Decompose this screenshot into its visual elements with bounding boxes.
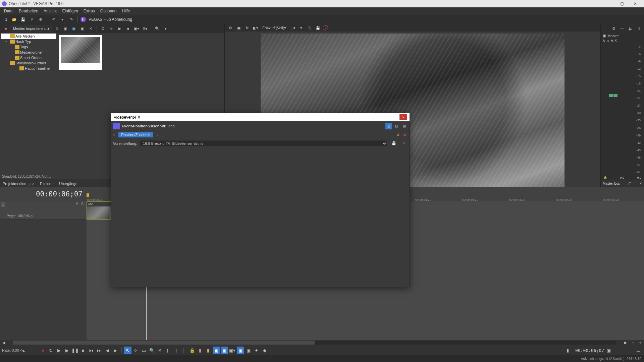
hub-label[interactable]: VEGAS Hub Abmeldung <box>89 17 132 22</box>
zoom-tool-icon[interactable]: 🔍 <box>148 347 156 354</box>
video-track-header[interactable]: 1 M S Pegel: 100,0 % ◇ <box>0 201 87 220</box>
media-fx-icon[interactable]: ◆ <box>2 25 9 32</box>
search-icon[interactable]: 🔍 <box>154 25 161 32</box>
media-thumbnail[interactable] <box>59 35 102 70</box>
get-media-icon[interactable]: ▣ <box>62 25 69 32</box>
timeline-h-scrollbar[interactable]: ◀ ▶ − + <box>0 340 644 345</box>
tab-explorer[interactable]: Explorer <box>37 181 56 187</box>
ripple-dropdown-icon[interactable]: ▣▾ <box>229 347 236 354</box>
media-fx2-icon[interactable]: ⎆ <box>108 25 115 32</box>
tree-storyboard[interactable]: -Storyboard-Ordner <box>1 60 56 66</box>
marker-icon[interactable]: ▮ <box>197 347 204 354</box>
selection-tool-icon[interactable]: ▭ <box>140 347 148 354</box>
auto-preview-icon[interactable]: ▣▾ <box>133 25 140 32</box>
fx-view1-icon[interactable]: ▯ <box>385 123 392 129</box>
track-level-keyframe-icon[interactable]: ◇ <box>31 214 33 218</box>
auto-crossfade-icon[interactable]: ▣ <box>221 347 228 354</box>
fx-delete-preset-icon[interactable]: ✕ <box>400 140 408 147</box>
color-tool-icon[interactable]: ◆ <box>261 347 268 354</box>
master-solo-button[interactable]: S <box>615 39 617 43</box>
fx-view2-icon[interactable]: ⊟ <box>393 123 400 129</box>
save-snapshot-icon[interactable]: 💾 <box>314 24 322 32</box>
properties-icon[interactable]: ⚙ <box>37 16 44 23</box>
split-screen-icon[interactable]: ◧▾ <box>252 24 259 32</box>
stop-button[interactable]: ■ <box>79 347 87 354</box>
play-icon[interactable]: ▶ <box>116 25 123 32</box>
fx-view3-icon[interactable]: ⊞ <box>401 123 408 129</box>
ai-tool-icon[interactable]: ✦ <box>253 347 260 354</box>
external-monitor-icon[interactable]: ▣ <box>235 24 243 32</box>
master-meters-icon[interactable]: ⫴ <box>635 25 643 32</box>
master-lock-icon[interactable]: 🔒 <box>603 176 607 179</box>
play-button[interactable]: ▶ <box>63 347 71 354</box>
menu-extras[interactable]: Extras <box>81 8 98 14</box>
save-icon[interactable]: 💾 <box>19 16 27 23</box>
master-mute-button[interactable]: M <box>611 39 613 43</box>
tab-pin-icon[interactable]: ▢ <box>28 182 31 186</box>
loop-region-icon[interactable]: ▮ <box>564 347 572 354</box>
tab-projektmedien[interactable]: Projektmedien▢✕ <box>0 181 37 187</box>
new-project-icon[interactable]: 🗋 <box>2 16 9 23</box>
redo-icon[interactable]: ↷ <box>67 16 75 23</box>
video-indicator-icon[interactable]: V <box>323 25 328 31</box>
remove-all-icon[interactable]: ▣ <box>78 25 86 32</box>
capture-icon[interactable]: ⎚ <box>53 25 61 32</box>
tree-alle-medien[interactable]: Alle Medien <box>1 34 56 39</box>
menu-datei[interactable]: Datei <box>1 8 16 14</box>
master-output-icon[interactable]: ▣ <box>603 34 606 38</box>
stop-icon[interactable]: ■ <box>124 25 132 32</box>
fx-remove-plugin-icon[interactable]: ⚙ <box>402 132 408 137</box>
overlays2-icon[interactable]: ▾ <box>298 24 305 32</box>
region-icon[interactable]: ▮ <box>205 347 212 354</box>
import-media-button[interactable]: Medien importieren... ▾ <box>10 25 52 32</box>
menu-optionen[interactable]: Optionen <box>98 8 119 14</box>
master-dim-icon[interactable]: 〰 <box>619 25 626 32</box>
tree-haupt-timeline[interactable]: Haupt-Timeline <box>1 66 56 71</box>
fx-preset-dropdown[interactable]: 16:9 Breitbild-TV-Bildseitenverhältnis <box>140 140 387 147</box>
views-icon[interactable]: ⊞▾ <box>141 25 149 32</box>
undo-dropdown-icon[interactable]: ▾ <box>59 16 66 23</box>
preview-props-icon[interactable]: ⚙ <box>227 24 234 32</box>
menu-ansicht[interactable]: Ansicht <box>41 8 59 14</box>
tree-smart-ordner[interactable]: Smart-Ordner <box>1 55 56 60</box>
fx-pancrop-icon[interactable] <box>113 123 120 129</box>
go-end-button[interactable]: ⏭ <box>96 347 103 354</box>
split-icon[interactable]: ⎮ <box>180 347 188 354</box>
open-icon[interactable]: 📂 <box>11 16 18 23</box>
master-fx-icon[interactable]: fx <box>603 39 605 43</box>
timeline-timecode[interactable]: 00:00:06;07 <box>0 187 87 201</box>
menu-bearbeiten[interactable]: Bearbeiten <box>16 8 41 14</box>
render-icon[interactable]: ⎘ <box>28 16 36 23</box>
track-mute-solo[interactable]: M S <box>75 202 85 206</box>
minimize-button[interactable]: — <box>602 0 615 7</box>
quantize-icon[interactable]: ▣ <box>245 347 252 354</box>
play-start-button[interactable]: ▶ <box>55 347 63 354</box>
pause-button[interactable]: ❚❚ <box>71 347 79 354</box>
preview-quality-dropdown[interactable]: Entwurf (Voll)▾ <box>260 26 288 30</box>
snap-icon[interactable]: 🔒 <box>189 347 196 354</box>
maximize-button[interactable]: ▢ <box>615 0 629 7</box>
tab-master-bus[interactable]: Master-Bus <box>603 182 620 185</box>
record-button[interactable]: ● <box>39 347 47 354</box>
tree-tags[interactable]: Tags <box>1 44 56 50</box>
trim-end-icon[interactable]: ⌉ <box>172 347 180 354</box>
video-fx-icon[interactable]: fx <box>244 24 251 32</box>
tab-uebergaenge[interactable]: Übergänge <box>56 181 80 187</box>
prev-frame-button[interactable]: ◀ <box>104 347 111 354</box>
loop-button[interactable]: ↻ <box>47 347 55 354</box>
master-automation-icon[interactable]: ✷ <box>607 39 609 43</box>
delete-tool-icon[interactable]: ✕ <box>156 347 164 354</box>
tree-nach-typ[interactable]: +Nach Typ <box>1 39 56 44</box>
shuffle-tool-icon[interactable]: ⊹ <box>132 347 140 354</box>
timecode-menu-icon[interactable]: ▣ <box>605 347 612 354</box>
auto-ripple-icon[interactable]: ▣ <box>213 347 220 354</box>
tree-medienordner[interactable]: Medienordner <box>1 50 56 55</box>
rate-slider-icon[interactable]: ◇▴ <box>20 348 25 353</box>
go-start-button[interactable]: ⏮ <box>88 347 95 354</box>
refresh-icon[interactable]: ✕ <box>87 25 94 32</box>
fx-save-preset-icon[interactable]: 💾 <box>390 140 397 147</box>
copy-snapshot-icon[interactable]: ⎘ <box>306 24 313 32</box>
fx-add-plugin-icon[interactable]: ⚙ <box>395 132 401 137</box>
scroll-thumb[interactable] <box>13 341 315 345</box>
menu-hilfe[interactable]: Hilfe <box>119 8 133 14</box>
